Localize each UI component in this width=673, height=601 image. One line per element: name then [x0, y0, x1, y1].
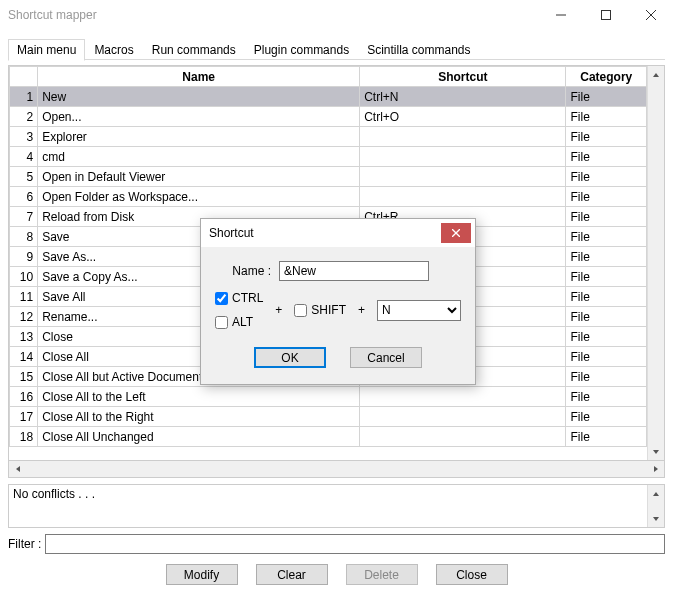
close-button[interactable]: Close: [436, 564, 508, 585]
shift-checkbox-label[interactable]: SHIFT: [294, 303, 346, 317]
cell-category[interactable]: File: [566, 227, 647, 247]
row-number[interactable]: 9: [10, 247, 38, 267]
tab-main-menu[interactable]: Main menu: [8, 39, 85, 61]
cell-category[interactable]: File: [566, 407, 647, 427]
ok-button[interactable]: OK: [254, 347, 326, 368]
cell-category[interactable]: File: [566, 267, 647, 287]
cell-name[interactable]: New: [38, 87, 360, 107]
row-number[interactable]: 3: [10, 127, 38, 147]
row-number[interactable]: 16: [10, 387, 38, 407]
table-row[interactable]: 1NewCtrl+NFile: [10, 87, 647, 107]
row-number[interactable]: 1: [10, 87, 38, 107]
row-number[interactable]: 11: [10, 287, 38, 307]
row-number[interactable]: 10: [10, 267, 38, 287]
cell-name[interactable]: cmd: [38, 147, 360, 167]
table-row[interactable]: 2Open...Ctrl+OFile: [10, 107, 647, 127]
scroll-right-icon[interactable]: [647, 461, 664, 478]
table-row[interactable]: 4cmdFile: [10, 147, 647, 167]
dialog-titlebar[interactable]: Shortcut: [201, 219, 475, 247]
cell-category[interactable]: File: [566, 367, 647, 387]
conflicts-scrollbar[interactable]: [647, 485, 664, 527]
key-select[interactable]: N: [377, 300, 461, 321]
cell-category[interactable]: File: [566, 247, 647, 267]
cell-category[interactable]: File: [566, 287, 647, 307]
ctrl-checkbox-label[interactable]: CTRL: [215, 291, 263, 305]
header-shortcut[interactable]: Shortcut: [360, 67, 566, 87]
cell-shortcut[interactable]: Ctrl+N: [360, 87, 566, 107]
horizontal-scrollbar[interactable]: [8, 461, 665, 478]
header-rownum[interactable]: [10, 67, 38, 87]
cell-shortcut[interactable]: [360, 167, 566, 187]
scroll-down-icon[interactable]: [648, 443, 664, 460]
cell-shortcut[interactable]: [360, 127, 566, 147]
cell-shortcut[interactable]: [360, 387, 566, 407]
cell-shortcut[interactable]: [360, 187, 566, 207]
cell-shortcut[interactable]: [360, 407, 566, 427]
row-number[interactable]: 5: [10, 167, 38, 187]
scroll-left-icon[interactable]: [9, 461, 26, 478]
maximize-button[interactable]: [583, 0, 628, 30]
dialog-close-button[interactable]: [441, 223, 471, 243]
cell-category[interactable]: File: [566, 127, 647, 147]
shift-checkbox[interactable]: [294, 304, 307, 317]
cell-category[interactable]: File: [566, 427, 647, 447]
row-number[interactable]: 12: [10, 307, 38, 327]
row-number[interactable]: 7: [10, 207, 38, 227]
scroll-up-icon[interactable]: [648, 485, 664, 502]
minimize-button[interactable]: [538, 0, 583, 30]
tab-scintilla-commands[interactable]: Scintilla commands: [358, 39, 479, 61]
tab-macros[interactable]: Macros: [85, 39, 142, 61]
alt-checkbox[interactable]: [215, 316, 228, 329]
cell-category[interactable]: File: [566, 307, 647, 327]
row-number[interactable]: 15: [10, 367, 38, 387]
cancel-button[interactable]: Cancel: [350, 347, 422, 368]
cell-shortcut[interactable]: [360, 427, 566, 447]
cell-name[interactable]: Explorer: [38, 127, 360, 147]
cell-name[interactable]: Close All to the Left: [38, 387, 360, 407]
row-number[interactable]: 2: [10, 107, 38, 127]
header-category[interactable]: Category: [566, 67, 647, 87]
close-window-button[interactable]: [628, 0, 673, 30]
cell-category[interactable]: File: [566, 327, 647, 347]
cell-name[interactable]: Close All Unchanged: [38, 427, 360, 447]
cell-category[interactable]: File: [566, 347, 647, 367]
scroll-up-icon[interactable]: [648, 66, 664, 83]
table-row[interactable]: 5Open in Default ViewerFile: [10, 167, 647, 187]
cell-category[interactable]: File: [566, 167, 647, 187]
cell-category[interactable]: File: [566, 107, 647, 127]
cell-name[interactable]: Close All to the Right: [38, 407, 360, 427]
row-number[interactable]: 8: [10, 227, 38, 247]
cell-category[interactable]: File: [566, 87, 647, 107]
cell-name[interactable]: Open Folder as Workspace...: [38, 187, 360, 207]
table-row[interactable]: 18Close All UnchangedFile: [10, 427, 647, 447]
row-number[interactable]: 4: [10, 147, 38, 167]
tab-run-commands[interactable]: Run commands: [143, 39, 245, 61]
header-name[interactable]: Name: [38, 67, 360, 87]
vertical-scrollbar[interactable]: [647, 66, 664, 460]
table-row[interactable]: 16Close All to the LeftFile: [10, 387, 647, 407]
cell-shortcut[interactable]: [360, 147, 566, 167]
row-number[interactable]: 18: [10, 427, 38, 447]
tab-plugin-commands[interactable]: Plugin commands: [245, 39, 358, 61]
scroll-down-icon[interactable]: [648, 510, 664, 527]
alt-checkbox-label[interactable]: ALT: [215, 315, 263, 329]
clear-button[interactable]: Clear: [256, 564, 328, 585]
row-number[interactable]: 17: [10, 407, 38, 427]
cell-category[interactable]: File: [566, 207, 647, 227]
row-number[interactable]: 13: [10, 327, 38, 347]
cell-shortcut[interactable]: Ctrl+O: [360, 107, 566, 127]
cell-category[interactable]: File: [566, 147, 647, 167]
ctrl-checkbox[interactable]: [215, 292, 228, 305]
modify-button[interactable]: Modify: [166, 564, 238, 585]
table-row[interactable]: 3ExplorerFile: [10, 127, 647, 147]
row-number[interactable]: 6: [10, 187, 38, 207]
cell-name[interactable]: Open...: [38, 107, 360, 127]
name-field[interactable]: [279, 261, 429, 281]
filter-input[interactable]: [45, 534, 665, 554]
table-row[interactable]: 6Open Folder as Workspace...File: [10, 187, 647, 207]
cell-name[interactable]: Open in Default Viewer: [38, 167, 360, 187]
row-number[interactable]: 14: [10, 347, 38, 367]
cell-category[interactable]: File: [566, 187, 647, 207]
table-row[interactable]: 17Close All to the RightFile: [10, 407, 647, 427]
cell-category[interactable]: File: [566, 387, 647, 407]
